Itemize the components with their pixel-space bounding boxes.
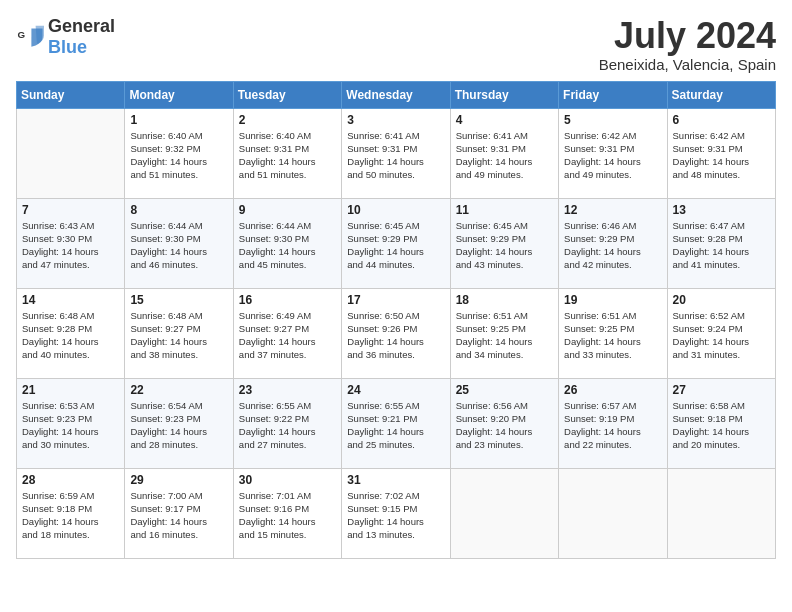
day-info: Sunrise: 6:42 AMSunset: 9:31 PMDaylight:…: [564, 129, 661, 182]
header-day: Wednesday: [342, 81, 450, 108]
header-day: Thursday: [450, 81, 558, 108]
calendar-cell: 23 Sunrise: 6:55 AMSunset: 9:22 PMDaylig…: [233, 378, 341, 468]
calendar-cell: 5 Sunrise: 6:42 AMSunset: 9:31 PMDayligh…: [559, 108, 667, 198]
month-title: July 2024: [599, 16, 776, 56]
day-info: Sunrise: 6:57 AMSunset: 9:19 PMDaylight:…: [564, 399, 661, 452]
calendar-cell: 15 Sunrise: 6:48 AMSunset: 9:27 PMDaylig…: [125, 288, 233, 378]
day-info: Sunrise: 6:40 AMSunset: 9:32 PMDaylight:…: [130, 129, 227, 182]
day-info: Sunrise: 7:00 AMSunset: 9:17 PMDaylight:…: [130, 489, 227, 542]
day-number: 26: [564, 383, 661, 397]
calendar-cell: 20 Sunrise: 6:52 AMSunset: 9:24 PMDaylig…: [667, 288, 775, 378]
calendar-week: 21 Sunrise: 6:53 AMSunset: 9:23 PMDaylig…: [17, 378, 776, 468]
day-number: 28: [22, 473, 119, 487]
title-area: July 2024 Beneixida, Valencia, Spain: [599, 16, 776, 73]
day-number: 24: [347, 383, 444, 397]
calendar-week: 14 Sunrise: 6:48 AMSunset: 9:28 PMDaylig…: [17, 288, 776, 378]
day-number: 31: [347, 473, 444, 487]
calendar-cell: 3 Sunrise: 6:41 AMSunset: 9:31 PMDayligh…: [342, 108, 450, 198]
day-number: 6: [673, 113, 770, 127]
day-number: 21: [22, 383, 119, 397]
day-number: 23: [239, 383, 336, 397]
day-number: 22: [130, 383, 227, 397]
calendar-cell: [450, 468, 558, 558]
day-info: Sunrise: 7:02 AMSunset: 9:15 PMDaylight:…: [347, 489, 444, 542]
day-number: 1: [130, 113, 227, 127]
day-number: 7: [22, 203, 119, 217]
day-info: Sunrise: 6:58 AMSunset: 9:18 PMDaylight:…: [673, 399, 770, 452]
calendar-week: 28 Sunrise: 6:59 AMSunset: 9:18 PMDaylig…: [17, 468, 776, 558]
calendar-cell: 21 Sunrise: 6:53 AMSunset: 9:23 PMDaylig…: [17, 378, 125, 468]
day-number: 5: [564, 113, 661, 127]
day-number: 29: [130, 473, 227, 487]
calendar-cell: 18 Sunrise: 6:51 AMSunset: 9:25 PMDaylig…: [450, 288, 558, 378]
logo-icon: G: [16, 23, 44, 51]
day-info: Sunrise: 6:41 AMSunset: 9:31 PMDaylight:…: [456, 129, 553, 182]
day-info: Sunrise: 6:45 AMSunset: 9:29 PMDaylight:…: [347, 219, 444, 272]
day-number: 17: [347, 293, 444, 307]
day-info: Sunrise: 6:47 AMSunset: 9:28 PMDaylight:…: [673, 219, 770, 272]
location-title: Beneixida, Valencia, Spain: [599, 56, 776, 73]
calendar-cell: 7 Sunrise: 6:43 AMSunset: 9:30 PMDayligh…: [17, 198, 125, 288]
calendar-cell: 30 Sunrise: 7:01 AMSunset: 9:16 PMDaylig…: [233, 468, 341, 558]
day-number: 8: [130, 203, 227, 217]
calendar-week: 1 Sunrise: 6:40 AMSunset: 9:32 PMDayligh…: [17, 108, 776, 198]
calendar-cell: 28 Sunrise: 6:59 AMSunset: 9:18 PMDaylig…: [17, 468, 125, 558]
day-number: 12: [564, 203, 661, 217]
calendar-week: 7 Sunrise: 6:43 AMSunset: 9:30 PMDayligh…: [17, 198, 776, 288]
day-info: Sunrise: 6:51 AMSunset: 9:25 PMDaylight:…: [456, 309, 553, 362]
day-info: Sunrise: 6:48 AMSunset: 9:27 PMDaylight:…: [130, 309, 227, 362]
day-info: Sunrise: 6:43 AMSunset: 9:30 PMDaylight:…: [22, 219, 119, 272]
calendar-cell: [667, 468, 775, 558]
day-info: Sunrise: 6:55 AMSunset: 9:21 PMDaylight:…: [347, 399, 444, 452]
day-info: Sunrise: 6:44 AMSunset: 9:30 PMDaylight:…: [239, 219, 336, 272]
day-info: Sunrise: 6:40 AMSunset: 9:31 PMDaylight:…: [239, 129, 336, 182]
day-info: Sunrise: 6:51 AMSunset: 9:25 PMDaylight:…: [564, 309, 661, 362]
day-number: 20: [673, 293, 770, 307]
calendar-cell: [559, 468, 667, 558]
day-info: Sunrise: 6:49 AMSunset: 9:27 PMDaylight:…: [239, 309, 336, 362]
day-info: Sunrise: 6:50 AMSunset: 9:26 PMDaylight:…: [347, 309, 444, 362]
day-number: 10: [347, 203, 444, 217]
day-info: Sunrise: 6:44 AMSunset: 9:30 PMDaylight:…: [130, 219, 227, 272]
calendar-cell: 10 Sunrise: 6:45 AMSunset: 9:29 PMDaylig…: [342, 198, 450, 288]
header-row: SundayMondayTuesdayWednesdayThursdayFrid…: [17, 81, 776, 108]
calendar-cell: 26 Sunrise: 6:57 AMSunset: 9:19 PMDaylig…: [559, 378, 667, 468]
calendar-cell: 12 Sunrise: 6:46 AMSunset: 9:29 PMDaylig…: [559, 198, 667, 288]
day-number: 18: [456, 293, 553, 307]
calendar-cell: 6 Sunrise: 6:42 AMSunset: 9:31 PMDayligh…: [667, 108, 775, 198]
day-info: Sunrise: 6:48 AMSunset: 9:28 PMDaylight:…: [22, 309, 119, 362]
calendar-cell: 9 Sunrise: 6:44 AMSunset: 9:30 PMDayligh…: [233, 198, 341, 288]
day-info: Sunrise: 6:56 AMSunset: 9:20 PMDaylight:…: [456, 399, 553, 452]
header-day: Sunday: [17, 81, 125, 108]
day-info: Sunrise: 6:54 AMSunset: 9:23 PMDaylight:…: [130, 399, 227, 452]
calendar-cell: 24 Sunrise: 6:55 AMSunset: 9:21 PMDaylig…: [342, 378, 450, 468]
calendar-cell: 19 Sunrise: 6:51 AMSunset: 9:25 PMDaylig…: [559, 288, 667, 378]
day-number: 15: [130, 293, 227, 307]
header-day: Friday: [559, 81, 667, 108]
day-number: 19: [564, 293, 661, 307]
day-info: Sunrise: 6:46 AMSunset: 9:29 PMDaylight:…: [564, 219, 661, 272]
day-info: Sunrise: 6:59 AMSunset: 9:18 PMDaylight:…: [22, 489, 119, 542]
day-number: 27: [673, 383, 770, 397]
calendar-cell: 1 Sunrise: 6:40 AMSunset: 9:32 PMDayligh…: [125, 108, 233, 198]
header-day: Monday: [125, 81, 233, 108]
calendar-cell: 16 Sunrise: 6:49 AMSunset: 9:27 PMDaylig…: [233, 288, 341, 378]
calendar-cell: 2 Sunrise: 6:40 AMSunset: 9:31 PMDayligh…: [233, 108, 341, 198]
day-number: 13: [673, 203, 770, 217]
calendar-cell: 4 Sunrise: 6:41 AMSunset: 9:31 PMDayligh…: [450, 108, 558, 198]
day-info: Sunrise: 6:45 AMSunset: 9:29 PMDaylight:…: [456, 219, 553, 272]
calendar-cell: 11 Sunrise: 6:45 AMSunset: 9:29 PMDaylig…: [450, 198, 558, 288]
calendar-cell: 14 Sunrise: 6:48 AMSunset: 9:28 PMDaylig…: [17, 288, 125, 378]
day-number: 4: [456, 113, 553, 127]
day-number: 16: [239, 293, 336, 307]
day-number: 9: [239, 203, 336, 217]
calendar-table: SundayMondayTuesdayWednesdayThursdayFrid…: [16, 81, 776, 559]
day-number: 14: [22, 293, 119, 307]
logo-general: General: [48, 16, 115, 36]
calendar-cell: 8 Sunrise: 6:44 AMSunset: 9:30 PMDayligh…: [125, 198, 233, 288]
page-header: G General Blue July 2024 Beneixida, Vale…: [16, 16, 776, 73]
header-day: Saturday: [667, 81, 775, 108]
day-info: Sunrise: 6:42 AMSunset: 9:31 PMDaylight:…: [673, 129, 770, 182]
day-info: Sunrise: 6:55 AMSunset: 9:22 PMDaylight:…: [239, 399, 336, 452]
day-info: Sunrise: 7:01 AMSunset: 9:16 PMDaylight:…: [239, 489, 336, 542]
